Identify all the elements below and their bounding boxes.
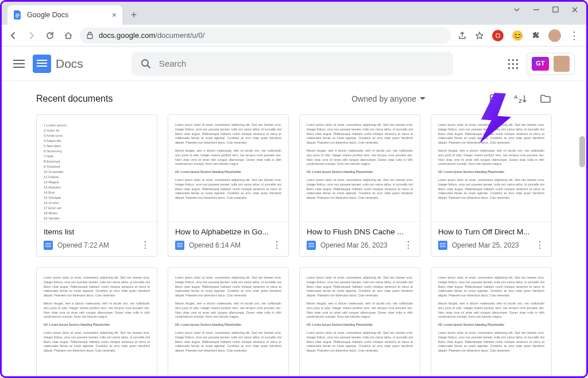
document-opened-time: Opened 7:22 AM	[57, 241, 109, 249]
docs-file-icon	[438, 241, 447, 250]
lock-icon	[87, 32, 93, 39]
document-title: How to Turn Off Direct M...	[438, 227, 544, 236]
document-title: How to Alphabetize in Go...	[175, 227, 281, 236]
document-card[interactable]: Lorem ipsum dolor sit amet, consectetur …	[168, 267, 289, 376]
scrollbar-thumb[interactable]	[579, 136, 585, 167]
url-host: docs.google.com	[99, 31, 155, 40]
svg-rect-1	[16, 14, 20, 14]
tab-title: Google Docs	[27, 11, 68, 19]
account-badge[interactable]: GT	[527, 53, 575, 75]
document-card-footer: How to Use Reddit Spoile... Opened Mar 2…	[300, 374, 420, 376]
docs-product-name: Docs	[56, 57, 83, 71]
document-preview: Lorem ipsum dolor sit amet, consectetur …	[168, 115, 288, 221]
document-card[interactable]: Lorem ipsum dolor sit amet, consectetur …	[168, 114, 289, 257]
document-grid: 1 Lorem ipsum2 Dolor sit3 Amet cons4 Adi…	[33, 114, 555, 376]
document-more-icon[interactable]: ⋮	[404, 240, 413, 250]
document-card-footer: How to Find a Discord Us... Opened Mar 2…	[37, 374, 157, 376]
search-input[interactable]	[159, 59, 444, 68]
document-preview: 1 Lorem ipsum2 Dolor sit3 Amet cons4 Adi…	[37, 115, 157, 221]
window-close-icon[interactable]	[571, 6, 578, 13]
svg-rect-0	[553, 7, 558, 12]
window-chevron-icon[interactable]	[513, 6, 520, 13]
extensions-puzzle-icon[interactable]	[531, 31, 540, 40]
folder-picker-icon[interactable]	[539, 92, 552, 105]
document-preview: Lorem ipsum dolor sit amet, consectetur …	[431, 115, 551, 221]
document-card[interactable]: Lorem ipsum dolor sit amet, consectetur …	[299, 114, 420, 257]
new-tab-button[interactable]: +	[126, 7, 142, 23]
sort-az-icon[interactable]: A Z	[514, 92, 527, 105]
document-card[interactable]: Lorem ipsum dolor sit amet, consectetur …	[36, 267, 157, 376]
google-apps-icon[interactable]	[507, 58, 519, 70]
document-preview: Lorem ipsum dolor sit amet, consectetur …	[300, 268, 420, 374]
nav-home-icon[interactable]	[64, 31, 73, 40]
window-maximize-icon[interactable]	[552, 6, 559, 13]
document-card[interactable]: Lorem ipsum dolor sit amet, consectetur …	[431, 114, 552, 257]
omnibox[interactable]: docs.google.com/document/u/0/	[80, 28, 451, 44]
url-path: /document/u/0/	[155, 31, 204, 40]
document-title: Items list	[44, 227, 150, 236]
nav-back-icon[interactable]	[9, 31, 18, 40]
list-view-icon[interactable]	[489, 92, 501, 105]
guiding-tech-logo-icon: GT	[532, 57, 549, 71]
document-card-footer: How to Flush DNS Cache ... Opened Mar 26…	[300, 221, 420, 256]
browser-menu-icon[interactable]: ⋮	[569, 29, 579, 42]
docs-file-icon	[175, 241, 184, 250]
share-icon[interactable]	[458, 31, 467, 40]
caret-down-icon	[420, 97, 425, 101]
window-minimize-icon[interactable]	[533, 6, 540, 13]
nav-forward-icon[interactable]	[27, 31, 36, 40]
docs-favicon-icon	[13, 10, 22, 20]
bookmark-star-icon[interactable]	[475, 31, 484, 40]
svg-rect-6	[490, 95, 500, 103]
content-scroll[interactable]: Recent documents Owned by anyone A Z	[2, 81, 586, 376]
account-avatar-icon	[554, 56, 570, 72]
document-title: How to Flush DNS Cache ...	[307, 227, 413, 236]
docs-file-icon	[44, 241, 53, 250]
window-controls	[513, 6, 578, 13]
docs-file-icon	[307, 241, 316, 250]
svg-rect-3	[16, 17, 18, 17]
document-card[interactable]: Lorem ipsum dolor sit amet, consectetur …	[299, 267, 420, 376]
document-preview: Lorem ipsum dolor sit amet, consectetur …	[37, 268, 157, 374]
docs-header: Docs GT	[2, 47, 586, 81]
document-card-footer: Items list Opened 7:22 AM ⋮	[37, 221, 157, 256]
document-card-footer: How to Take Snapshots i... Opened Mar 23…	[168, 374, 288, 376]
browser-tab[interactable]: Google Docs ×	[7, 5, 122, 25]
document-more-icon[interactable]: ⋮	[272, 240, 281, 250]
search-box[interactable]	[131, 52, 453, 76]
document-card[interactable]: Lorem ipsum dolor sit amet, consectetur …	[431, 267, 552, 376]
address-bar: docs.google.com/document/u/0/ O 😊 ⋮	[2, 25, 586, 47]
docs-logo-icon	[33, 55, 51, 73]
document-preview: Lorem ipsum dolor sit amet, consectetur …	[168, 268, 288, 374]
tabstrip: Google Docs × +	[2, 2, 586, 25]
ownership-filter-label: Owned by anyone	[351, 94, 416, 103]
document-more-icon[interactable]: ⋮	[141, 240, 150, 250]
document-opened-time: Opened Mar 26, 2023	[320, 241, 388, 249]
extension-2-icon[interactable]: 😊	[512, 30, 523, 41]
hamburger-menu-icon[interactable]	[13, 60, 25, 68]
profile-avatar-icon[interactable]	[548, 29, 561, 42]
document-preview: Lorem ipsum dolor sit amet, consectetur …	[300, 115, 420, 221]
svg-rect-4	[87, 34, 92, 38]
svg-point-5	[142, 60, 148, 66]
svg-text:A: A	[514, 94, 518, 100]
svg-text:Z: Z	[519, 98, 522, 104]
extension-1-icon[interactable]: O	[492, 30, 504, 41]
document-card-footer: How to Alphabetize in Go... Opened 6:14 …	[168, 221, 288, 256]
ownership-filter[interactable]: Owned by anyone	[351, 94, 425, 103]
docs-logo[interactable]: Docs	[33, 55, 83, 73]
nav-reload-icon[interactable]	[45, 31, 55, 40]
document-opened-time: Opened 6:14 AM	[189, 241, 241, 249]
section-header: Recent documents Owned by anyone A Z	[36, 92, 552, 105]
document-card-footer: How to Change your Goo... Opened Mar 20,…	[431, 374, 551, 376]
document-card-footer: How to Turn Off Direct M... Opened Mar 2…	[431, 221, 551, 256]
document-card[interactable]: 1 Lorem ipsum2 Dolor sit3 Amet cons4 Adi…	[36, 114, 157, 257]
document-more-icon[interactable]: ⋮	[535, 240, 544, 250]
document-preview: Lorem ipsum dolor sit amet, consectetur …	[431, 268, 551, 374]
svg-rect-2	[16, 16, 20, 16]
search-icon	[141, 59, 151, 69]
section-title: Recent documents	[36, 94, 113, 104]
tab-close-icon[interactable]: ×	[112, 10, 117, 20]
document-opened-time: Opened Mar 25, 2023	[452, 241, 519, 249]
